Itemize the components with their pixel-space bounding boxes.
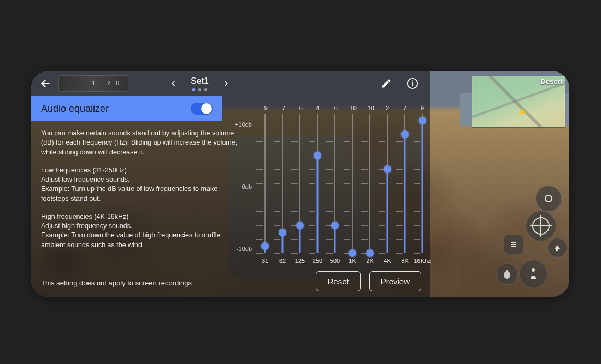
slider-knob[interactable]	[296, 222, 304, 229]
slider-fill	[422, 121, 423, 253]
preset-thumbnail[interactable]	[58, 75, 128, 92]
feature-toggle[interactable]	[191, 103, 213, 115]
pager-dot	[192, 88, 195, 91]
eq-slider[interactable]: 4250	[309, 114, 326, 253]
next-set-button[interactable]	[220, 77, 233, 90]
slider-freq-label: 8K	[401, 258, 408, 264]
high-freq-example: Example: Turn down the value of high fre…	[41, 231, 239, 250]
db-label-max: +10db	[228, 121, 252, 128]
eq-slider[interactable]: -762	[274, 114, 291, 253]
slider-knob[interactable]	[349, 249, 356, 257]
slider-db-value: 9	[421, 105, 424, 111]
slider-freq-label: 125	[295, 258, 305, 264]
equalizer: +10db 0db -10db -931-762-61254250-6500-1…	[228, 106, 457, 275]
slider-db-value: 7	[403, 105, 406, 111]
slider-knob[interactable]	[384, 165, 391, 173]
player-marker-icon	[519, 108, 526, 114]
slider-knob[interactable]	[314, 152, 321, 159]
svg-rect-6	[412, 81, 413, 82]
hud-jump-button[interactable]	[547, 238, 567, 258]
hud-fire-indicator[interactable]	[535, 186, 562, 212]
low-freq-example: Example: Turn up the dB value of low fre…	[41, 184, 239, 204]
svg-point-0	[545, 195, 552, 202]
slider-fill	[317, 156, 319, 253]
slider-track	[369, 114, 370, 253]
eq-slider[interactable]: -6500	[326, 114, 344, 253]
high-freq-heading: High frequencies (4K-16kHz)	[41, 212, 239, 222]
preview-button[interactable]: Preview	[369, 271, 421, 291]
db-label-zero: 0db	[228, 183, 252, 190]
equalizer-sliders: -931-762-61254250-6500-101K-102K24K78K91…	[256, 114, 431, 253]
eq-slider[interactable]: 78K	[396, 114, 414, 253]
slider-fill	[404, 134, 406, 253]
slider-knob[interactable]	[401, 130, 409, 138]
slider-fill	[334, 225, 336, 253]
slider-db-value: 4	[316, 105, 319, 111]
svg-rect-2	[506, 270, 508, 272]
info-icon[interactable]	[406, 77, 419, 90]
slider-freq-label: 31	[262, 258, 268, 264]
slider-freq-label: 16Khz	[414, 258, 431, 264]
low-freq-line: Adjust low frequency sounds.	[41, 175, 239, 184]
slider-db-value: -7	[280, 105, 285, 111]
slider-freq-label: 500	[330, 258, 340, 264]
slider-freq-label: 62	[279, 258, 286, 264]
slider-knob[interactable]	[419, 117, 426, 124]
eq-slider[interactable]: -102K	[361, 114, 379, 253]
minimap[interactable]: Desert	[472, 76, 565, 128]
hud-grenade-button[interactable]	[496, 263, 518, 285]
hud-aim-button[interactable]	[526, 211, 556, 241]
db-label-min: -10db	[228, 246, 252, 252]
slider-track	[264, 114, 266, 253]
svg-point-1	[504, 271, 510, 279]
slider-db-value: -10	[348, 105, 357, 111]
edit-icon[interactable]	[380, 77, 393, 90]
action-buttons: Reset Preview	[316, 271, 421, 291]
low-freq-heading: Low frequencies (31-250Hz)	[41, 166, 239, 175]
slider-db-value: 2	[386, 105, 389, 111]
description-intro: You can make certain sounds stand out by…	[41, 129, 239, 157]
slider-knob[interactable]	[331, 222, 339, 229]
pager-dot	[204, 88, 207, 91]
grid-line	[256, 253, 431, 254]
hud-weapon-menu[interactable]	[504, 235, 523, 254]
slider-fill	[387, 169, 388, 253]
feature-title: Audio equalizer	[41, 103, 109, 115]
slider-freq-label: 1K	[349, 258, 356, 264]
svg-rect-5	[412, 82, 413, 86]
slider-freq-label: 2K	[366, 258, 373, 264]
eq-slider[interactable]: -6125	[291, 114, 309, 253]
device-frame: Desert Set1	[31, 71, 569, 297]
slider-db-value: -10	[366, 105, 374, 111]
slider-db-value: -6	[332, 105, 338, 111]
prev-set-button[interactable]	[167, 77, 180, 90]
back-button[interactable]	[36, 74, 55, 93]
slider-fill	[299, 225, 301, 253]
eq-slider[interactable]: 24K	[379, 114, 396, 253]
pager-dot	[198, 88, 201, 91]
eq-slider[interactable]: 916Khz	[414, 114, 431, 253]
slider-knob[interactable]	[261, 242, 269, 250]
minimap-location: Desert	[541, 77, 563, 86]
footnote: This setting does not apply to screen re…	[41, 279, 192, 287]
reset-button[interactable]: Reset	[316, 271, 360, 291]
slider-freq-label: 4K	[384, 258, 391, 264]
eq-slider[interactable]: -931	[256, 114, 274, 253]
svg-point-3	[532, 268, 535, 272]
high-freq-line: Adjust high frequency sounds.	[41, 222, 239, 231]
slider-freq-label: 250	[313, 258, 322, 264]
slider-knob[interactable]	[366, 249, 374, 257]
description-column: You can make certain sounds stand out by…	[31, 121, 249, 250]
slider-track	[352, 114, 353, 253]
slider-db-value: -9	[262, 105, 268, 111]
set-name: Set1	[191, 76, 209, 86]
overlay-header: Set1	[31, 71, 430, 96]
settings-overlay: Set1	[31, 71, 430, 297]
set-pager-dots	[191, 88, 209, 91]
feature-title-bar: Audio equalizer	[31, 96, 222, 121]
hud-crouch-button[interactable]	[519, 260, 547, 288]
slider-db-value: -6	[297, 105, 303, 111]
slider-knob[interactable]	[279, 229, 286, 236]
set-navigator: Set1	[167, 76, 233, 91]
eq-slider[interactable]: -101K	[344, 114, 361, 253]
